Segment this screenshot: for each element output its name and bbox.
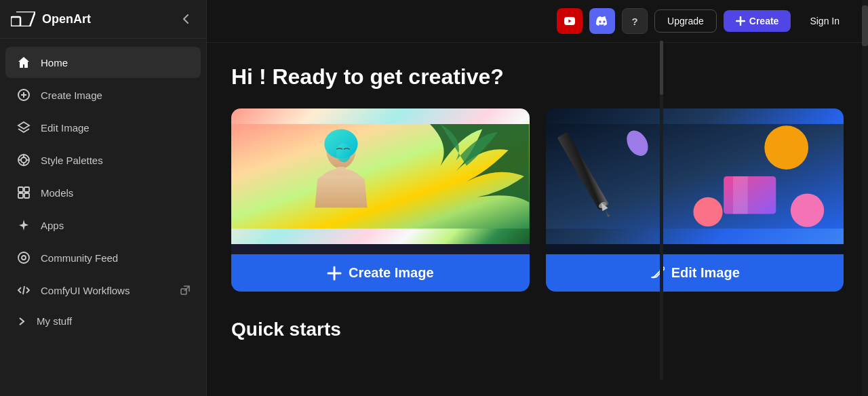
greeting-text: Hi ! Ready to get creative?: [231, 64, 844, 90]
edit-card-background: [546, 108, 844, 244]
cards-row: Create Image: [231, 108, 844, 292]
create-image-card-label: Create Image: [349, 265, 434, 281]
sidebar-item-models[interactable]: Models: [5, 177, 201, 208]
create-plus-icon: [327, 266, 342, 281]
layers-icon: [16, 120, 31, 135]
svg-marker-4: [18, 122, 29, 129]
sidebar-header: OpenArt: [0, 0, 206, 39]
sidebar-scrollbar-thumb: [660, 41, 663, 95]
upgrade-button[interactable]: Upgrade: [654, 9, 717, 33]
sidebar-item-community-feed-label: Community Feed: [41, 252, 118, 264]
edit-card-illustration: [546, 108, 844, 244]
plus-circle-icon: [16, 87, 31, 102]
discord-button[interactable]: [589, 8, 615, 34]
signin-button[interactable]: Sign In: [797, 10, 852, 32]
sidebar-item-create-image[interactable]: Create Image: [5, 79, 201, 111]
edit-image-button[interactable]: Edit Image: [546, 254, 844, 292]
content-area: Hi ! Ready to get creative?: [207, 43, 868, 362]
sidebar-nav: Home Create Image Edit Image: [0, 39, 206, 396]
sidebar-collapse-button[interactable]: [176, 9, 195, 28]
sidebar-item-edit-image-label: Edit Image: [41, 122, 90, 134]
svg-rect-37: [724, 176, 776, 214]
topbar: ? Upgrade Create Sign In: [207, 0, 868, 43]
create-image-button[interactable]: Create Image: [231, 254, 530, 292]
main-scrollbar-thumb: [862, 5, 868, 46]
sidebar-item-edit-image[interactable]: Edit Image: [5, 112, 201, 143]
create-card-background: [231, 108, 530, 244]
sidebar: OpenArt Home: [0, 0, 207, 396]
sidebar-item-community-feed[interactable]: Community Feed: [5, 242, 201, 273]
sidebar-item-home[interactable]: Home: [5, 47, 201, 78]
create-card-illustration: [231, 108, 530, 244]
quick-starts-heading: Quick starts: [231, 319, 844, 340]
sparkle-icon: [16, 218, 31, 233]
help-button[interactable]: ?: [622, 8, 648, 34]
sidebar-item-style-palettes[interactable]: Style Palettes: [5, 144, 201, 176]
logo-text: OpenArt: [42, 12, 91, 26]
svg-rect-38: [733, 176, 748, 214]
chevron-right-icon: [16, 316, 27, 327]
logo: OpenArt: [11, 12, 91, 26]
sidebar-item-create-image-label: Create Image: [41, 90, 102, 101]
svg-rect-14: [24, 193, 29, 198]
svg-point-6: [21, 157, 26, 163]
plus-icon: [736, 16, 745, 26]
sidebar-item-comfyui-workflows[interactable]: ComfyUI Workflows: [5, 275, 201, 306]
my-stuff-label: My stuff: [37, 315, 72, 327]
sidebar-item-apps-label: Apps: [41, 220, 64, 231]
sidebar-item-home-label: Home: [41, 57, 68, 68]
svg-point-39: [790, 193, 823, 226]
edit-image-card-label: Edit Image: [671, 265, 740, 281]
svg-rect-13: [18, 193, 23, 198]
sidebar-scrollbar-track: [660, 41, 663, 380]
main-content: ? Upgrade Create Sign In Hi ! Ready to g…: [207, 0, 868, 396]
help-icon: ?: [632, 16, 638, 27]
svg-point-16: [22, 256, 26, 260]
logo-icon: [11, 12, 35, 26]
svg-point-25: [336, 143, 351, 162]
sidebar-item-apps[interactable]: Apps: [5, 210, 201, 241]
signin-label: Sign In: [810, 16, 840, 26]
svg-point-36: [764, 125, 808, 170]
home-icon: [16, 55, 31, 70]
create-image-card[interactable]: Create Image: [231, 108, 530, 292]
grid-icon: [16, 185, 31, 200]
svg-rect-11: [18, 187, 23, 192]
create-image-card-image: [231, 108, 530, 244]
youtube-button[interactable]: [557, 8, 583, 34]
community-icon: [16, 250, 31, 265]
upgrade-label: Upgrade: [667, 16, 704, 26]
code-icon: [16, 283, 31, 298]
main-scrollbar-track: [862, 0, 868, 396]
svg-point-15: [18, 252, 29, 263]
style-icon: [16, 153, 31, 167]
create-label: Create: [749, 16, 779, 26]
sidebar-item-my-stuff[interactable]: My stuff: [5, 307, 201, 335]
svg-rect-0: [11, 17, 20, 26]
edit-image-card-image: [546, 108, 844, 244]
svg-line-17: [23, 286, 24, 294]
external-link-icon: [180, 285, 190, 295]
svg-rect-12: [24, 187, 29, 192]
create-button[interactable]: Create: [724, 10, 791, 32]
svg-point-40: [693, 197, 722, 226]
edit-image-card[interactable]: Edit Image: [546, 108, 844, 292]
sidebar-item-models-label: Models: [41, 187, 73, 199]
sidebar-item-style-palettes-label: Style Palettes: [41, 155, 103, 166]
sidebar-item-comfyui-workflows-label: ComfyUI Workflows: [41, 285, 130, 296]
